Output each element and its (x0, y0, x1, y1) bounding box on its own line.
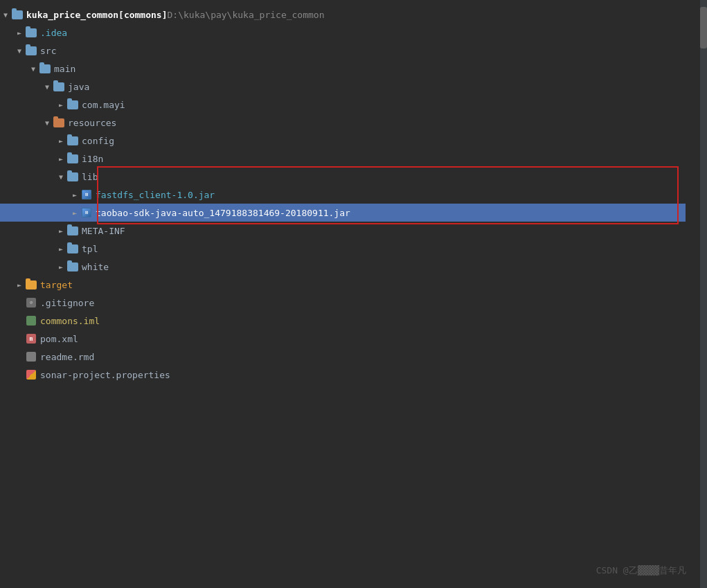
folder-blue-icon (66, 171, 79, 182)
tree-item-label: kuka_price_common (26, 10, 118, 20)
tree-item-label: META-INF (82, 226, 125, 236)
tree-item-label: i18n (82, 154, 103, 164)
folder-blue-icon (53, 81, 65, 92)
folder-orange-icon (25, 279, 37, 290)
tree-item-label: src (40, 46, 56, 56)
tree-arrow[interactable] (0, 11, 11, 19)
tree-item-label: readme.rmd (40, 352, 94, 362)
tree-item-label: target (40, 280, 73, 290)
tree-item-fastdfs[interactable]: ⊞fastdfs_client-1.0.jar (0, 186, 686, 204)
scrollbar-thumb[interactable] (700, 7, 707, 48)
folder-blue-icon (39, 63, 51, 74)
tree-item-sonar[interactable]: sonar-project.properties (0, 366, 686, 384)
tree-item-idea[interactable]: .idea (0, 24, 686, 42)
tree-arrow[interactable] (69, 191, 80, 199)
folder-blue-icon (66, 99, 79, 110)
tree-item-label: taobao-sdk-java-auto_1479188381469-20180… (96, 208, 350, 218)
tree-arrow[interactable] (55, 137, 66, 145)
tree-item-java[interactable]: java (0, 78, 686, 96)
tree-item-white[interactable]: white (0, 258, 686, 276)
tree-item-readme_rmd[interactable]: readme.rmd (0, 348, 686, 366)
pom-file-icon: m (25, 333, 37, 344)
tree-arrow[interactable] (55, 173, 66, 181)
folder-blue-icon (66, 261, 79, 272)
gitignore-file-icon: ⊘ (25, 297, 37, 308)
tree-arrow[interactable] (42, 83, 53, 91)
tree-item-label: com.mayi (82, 100, 125, 110)
tree-arrow[interactable] (69, 209, 80, 217)
folder-blue-icon (11, 9, 24, 20)
tree-item-main[interactable]: main (0, 60, 686, 78)
folder-blue-icon (66, 153, 79, 164)
tree-arrow[interactable] (14, 47, 25, 55)
tree-item-target[interactable]: target (0, 276, 686, 294)
tree-arrow[interactable] (14, 29, 25, 37)
tree-arrow[interactable] (28, 65, 39, 73)
folder-blue-icon (66, 225, 79, 236)
iml-file-icon (25, 315, 37, 326)
tree-arrow[interactable] (55, 101, 66, 109)
tree-item-taobao[interactable]: ⊞taobao-sdk-java-auto_1479188381469-2018… (0, 204, 686, 222)
sonar-file-icon (25, 369, 37, 380)
folder-resources-icon (53, 117, 65, 128)
tree-item-label: fastdfs_client-1.0.jar (96, 190, 215, 200)
tree-item-label: white (82, 262, 109, 272)
tree-item-label: lib (82, 172, 98, 182)
tree-item-label: .gitignore (40, 298, 94, 308)
tree-item-path: D:\kuka\pay\kuka_price_common (168, 10, 325, 20)
jar-file-icon: ⊞ (80, 189, 93, 200)
tree-arrow[interactable] (55, 245, 66, 253)
tree-item-gitignore[interactable]: ⊘.gitignore (0, 294, 686, 312)
tree-item-pom_xml[interactable]: mpom.xml (0, 330, 686, 348)
tree-item-config[interactable]: config (0, 132, 686, 150)
tree-item-label: main (54, 64, 75, 74)
tree-item-tpl[interactable]: tpl (0, 240, 686, 258)
tree-arrow[interactable] (55, 155, 66, 163)
tree-arrow[interactable] (42, 119, 53, 127)
tree-item-meta_inf[interactable]: META-INF (0, 222, 686, 240)
tree-item-label: resources (68, 118, 116, 128)
tree-item-label: commons.iml (40, 316, 100, 326)
tree-item-i18n[interactable]: i18n (0, 150, 686, 168)
tree-item-label: sonar-project.properties (40, 370, 170, 380)
tree-item-label: pom.xml (40, 334, 78, 344)
tree-item-lib[interactable]: lib (0, 168, 686, 186)
folder-blue-icon (66, 243, 79, 254)
tree-item-resources[interactable]: resources (0, 114, 686, 132)
folder-blue-icon (66, 135, 79, 146)
watermark: CSDN @乙▓▓▓▓昔年凡 (596, 564, 686, 577)
tree-item-tag: [commons] (118, 10, 167, 20)
md-file-icon (25, 351, 37, 362)
scrollbar[interactable] (700, 0, 707, 588)
folder-blue-icon (25, 45, 37, 56)
tree-item-commons_iml[interactable]: commons.iml (0, 312, 686, 330)
tree-arrow[interactable] (14, 281, 25, 289)
tree-item-label: tpl (82, 244, 98, 254)
tree-item-src[interactable]: src (0, 42, 686, 60)
tree-item-com_mayi[interactable]: com.mayi (0, 96, 686, 114)
jar-file-icon: ⊞ (80, 207, 93, 218)
tree-item-label: .idea (40, 28, 67, 38)
tree-item-label: config (82, 136, 114, 146)
tree-arrow[interactable] (55, 227, 66, 235)
tree-item-root[interactable]: kuka_price_common [commons] D:\kuka\pay\… (0, 6, 686, 24)
tree-item-label: java (68, 82, 89, 92)
folder-blue-icon (25, 27, 37, 38)
tree-arrow[interactable] (55, 263, 66, 271)
